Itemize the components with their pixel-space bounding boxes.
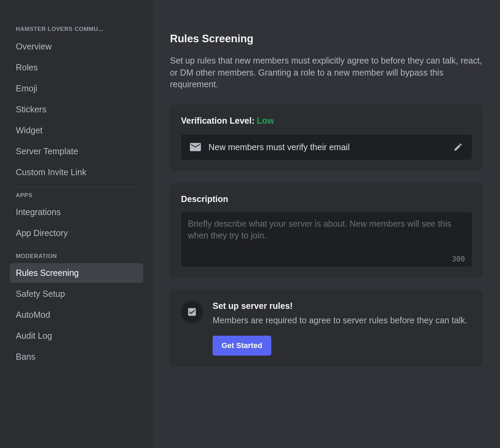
sidebar-item-bans[interactable]: Bans (10, 347, 143, 367)
pencil-icon[interactable] (453, 142, 463, 152)
mail-icon (190, 143, 201, 151)
page-title: Rules Screening (170, 33, 483, 45)
sidebar-item-roles[interactable]: Roles (10, 58, 143, 77)
verification-requirement-text: New members must verify their email (208, 142, 446, 152)
sidebar-item-automod[interactable]: AutoMod (10, 305, 143, 325)
sidebar-item-label: Bans (16, 352, 35, 361)
verification-requirement-row[interactable]: New members must verify their email (181, 135, 472, 160)
char-counter: 300 (188, 255, 465, 263)
main-content: Rules Screening Set up rules that new me… (153, 0, 500, 448)
sidebar-item-label: Server Template (16, 146, 78, 156)
rules-description: Members are required to agree to server … (213, 314, 472, 326)
sidebar-item-audit-log[interactable]: Audit Log (10, 326, 143, 346)
sidebar-item-server-template[interactable]: Server Template (10, 142, 143, 161)
server-rules-card: Set up server rules! Members are require… (170, 290, 483, 367)
rules-title: Set up server rules! (213, 301, 472, 311)
description-textarea[interactable] (188, 218, 465, 252)
sidebar-item-label: Rules Screening (16, 268, 79, 278)
sidebar-item-label: Custom Invite Link (16, 167, 87, 177)
sidebar-item-label: Overview (16, 42, 52, 51)
sidebar-item-custom-invite-link[interactable]: Custom Invite Link (10, 163, 143, 182)
rules-body: Set up server rules! Members are require… (213, 301, 472, 356)
checklist-icon (187, 307, 197, 317)
get-started-button[interactable]: Get Started (213, 336, 271, 356)
sidebar-section-moderation: MODERATION (10, 253, 143, 263)
sidebar-item-label: Audit Log (16, 331, 52, 340)
sidebar-item-safety-setup[interactable]: Safety Setup (10, 284, 143, 304)
sidebar-divider (16, 248, 137, 248)
sidebar-item-label: Integrations (16, 207, 61, 217)
sidebar-item-label: App Directory (16, 228, 68, 238)
sidebar-item-label: AutoMod (16, 310, 50, 320)
sidebar-item-label: Widget (16, 125, 43, 135)
server-name-header: HAMSTER LOVERS COMMU... (10, 26, 143, 37)
sidebar-item-label: Roles (16, 63, 38, 72)
verification-card: Verification Level: Low New members must… (170, 105, 483, 171)
verification-level-value: Low (257, 116, 274, 125)
sidebar-item-overview[interactable]: Overview (10, 37, 143, 56)
verification-label: Verification Level: (181, 116, 257, 125)
sidebar-section-apps: APPS (10, 192, 143, 202)
page-description: Set up rules that new members must expli… (170, 55, 483, 90)
sidebar-item-integrations[interactable]: Integrations (10, 202, 143, 222)
settings-sidebar: HAMSTER LOVERS COMMU... Overview Roles E… (0, 0, 153, 448)
sidebar-item-label: Emoji (16, 83, 37, 93)
sidebar-item-widget[interactable]: Widget (10, 121, 143, 140)
sidebar-item-emoji[interactable]: Emoji (10, 79, 143, 98)
sidebar-item-stickers[interactable]: Stickers (10, 100, 143, 119)
rules-icon-container (181, 301, 203, 323)
description-title: Description (181, 194, 472, 204)
sidebar-divider (16, 187, 137, 187)
description-card: Description 300 (170, 183, 483, 278)
sidebar-item-label: Safety Setup (16, 289, 65, 299)
description-input-wrap: 300 (181, 212, 472, 267)
sidebar-item-app-directory[interactable]: App Directory (10, 223, 143, 243)
sidebar-item-label: Stickers (16, 104, 46, 114)
button-label: Get Started (221, 341, 262, 350)
verification-level-title: Verification Level: Low (181, 116, 472, 126)
sidebar-item-rules-screening[interactable]: Rules Screening (10, 263, 143, 283)
